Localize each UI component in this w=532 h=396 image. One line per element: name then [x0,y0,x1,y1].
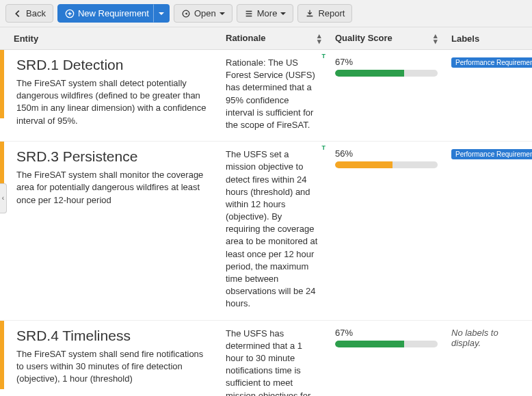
score-text: 67% [335,57,438,67]
entity-title[interactable]: SRD.1 Detection [16,57,212,73]
quality-cell: 67% [328,50,444,142]
trace-marker[interactable]: T [322,144,326,151]
status-bar [0,50,7,142]
entity-description: The FireSAT system shall detect potentia… [16,77,212,127]
chevron-down-icon [220,12,225,15]
rationale-text: Rationale: The US Forest Service (USFS) … [226,57,319,131]
chevron-down-icon [280,12,286,15]
label-pill[interactable]: Performance Requirement [451,149,532,159]
list-icon [244,9,254,18]
arrow-left-icon [13,9,23,18]
table-row[interactable]: SRD.3 PersistenceThe FireSAT system shal… [0,142,532,320]
requirements-table-wrap: Entity Rationale ▴▾ Quality Score ▴▾ Lab… [0,27,532,396]
entity-cell: SRD.1 DetectionThe FireSAT system shall … [7,50,219,142]
open-icon [181,9,191,18]
new-requirement-group: New Requirement [57,4,170,23]
score-text: 56% [335,148,438,159]
col-labels-header[interactable]: Labels [444,27,532,50]
col-rationale-header[interactable]: Rationale ▴▾ [219,27,328,50]
col-entity-header[interactable]: Entity [7,27,219,50]
progress-bar [335,70,438,77]
status-bar [0,320,7,396]
requirements-table: Entity Rationale ▴▾ Quality Score ▴▾ Lab… [0,27,532,396]
toolbar: Back New Requirement Open More Report [0,0,532,27]
labels-cell: Performance Requirement [444,142,532,320]
report-label: Report [318,8,345,18]
status-bar [0,142,7,320]
entity-cell: SRD.4 TimelinessThe FireSAT system shall… [7,320,219,396]
progress-bar [335,341,438,347]
new-requirement-button[interactable]: New Requirement [57,4,157,23]
more-label: More [257,8,278,18]
col-bar-header [0,27,7,50]
chevron-down-icon [159,12,164,15]
rationale-cell: TThe USFS set a mission objective to det… [219,142,328,320]
progress-fill [335,70,404,77]
sort-icon[interactable]: ▴▾ [434,33,438,44]
rationale-text: The USFS set a mission objective to dete… [226,148,319,310]
back-label: Back [26,8,46,18]
no-labels-text: No labels to display. [451,328,498,348]
score-text: 67% [335,328,438,338]
label-pill[interactable]: Performance Requirement [451,57,532,68]
entity-cell: SRD.3 PersistenceThe FireSAT system shal… [7,142,219,320]
download-icon [305,9,315,18]
rationale-cell: The USFS has determined that a 1 hour to… [219,320,328,396]
open-button[interactable]: Open [174,4,232,23]
col-quality-header[interactable]: Quality Score ▴▾ [328,27,444,50]
entity-description: The FireSAT system shall monitor the cov… [16,169,212,207]
rationale-text: The USFS has determined that a 1 hour to… [226,328,319,396]
entity-description: The FireSAT system shall send fire notif… [16,348,212,386]
entity-title[interactable]: SRD.4 Timeliness [16,328,212,344]
labels-cell: No labels to display. [444,320,532,396]
report-button[interactable]: Report [297,4,352,23]
collapse-sidebar-tab[interactable]: ‹ [0,183,7,213]
progress-fill [335,161,393,168]
trace-marker[interactable]: T [322,53,326,60]
chevron-left-icon: ‹ [2,194,4,202]
quality-cell: 56% [328,142,444,320]
plus-circle-icon [65,9,75,18]
labels-cell: Performance Requirement [444,50,532,142]
more-button[interactable]: More [237,4,294,23]
table-row[interactable]: SRD.1 DetectionThe FireSAT system shall … [0,50,532,142]
table-row[interactable]: SRD.4 TimelinessThe FireSAT system shall… [0,320,532,396]
entity-title[interactable]: SRD.3 Persistence [16,148,212,165]
progress-fill [335,341,404,347]
progress-bar [335,161,438,168]
open-label: Open [194,8,216,18]
back-button[interactable]: Back [5,4,53,23]
quality-cell: 67% [328,320,444,396]
new-requirement-dropdown[interactable] [153,4,170,23]
sort-icon[interactable]: ▴▾ [317,33,321,44]
rationale-cell: TRationale: The US Forest Service (USFS)… [219,50,328,142]
new-requirement-label: New Requirement [78,8,149,18]
